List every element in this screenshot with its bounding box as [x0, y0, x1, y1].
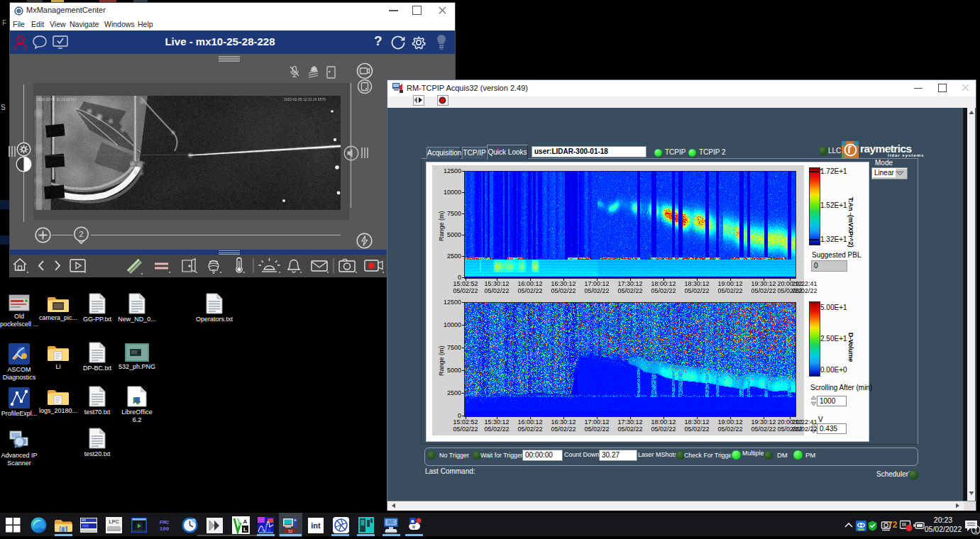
- svg-text:int: int: [311, 521, 321, 530]
- svg-text:100: 100: [160, 526, 170, 532]
- svg-text:A: A: [243, 518, 248, 525]
- svg-text:1: 1: [974, 527, 977, 534]
- svg-text:FMC: FMC: [160, 520, 170, 526]
- svg-text:2: 2: [79, 230, 83, 238]
- svg-text:L: L: [243, 526, 247, 533]
- svg-text:LPC: LPC: [109, 519, 119, 524]
- svg-text:32: 32: [288, 529, 293, 533]
